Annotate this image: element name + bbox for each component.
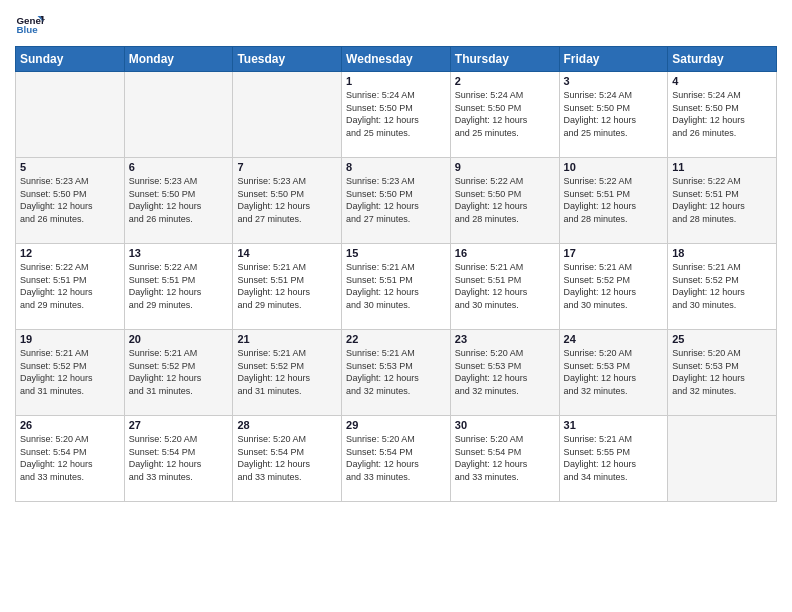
calendar-cell: 14Sunrise: 5:21 AM Sunset: 5:51 PM Dayli… [233,244,342,330]
day-number: 25 [672,333,772,345]
calendar-cell: 18Sunrise: 5:21 AM Sunset: 5:52 PM Dayli… [668,244,777,330]
day-number: 2 [455,75,555,87]
day-number: 12 [20,247,120,259]
calendar-header-saturday: Saturday [668,47,777,72]
day-number: 20 [129,333,229,345]
calendar-cell: 19Sunrise: 5:21 AM Sunset: 5:52 PM Dayli… [16,330,125,416]
calendar-cell [16,72,125,158]
calendar-cell: 9Sunrise: 5:22 AM Sunset: 5:50 PM Daylig… [450,158,559,244]
day-number: 30 [455,419,555,431]
calendar-cell: 10Sunrise: 5:22 AM Sunset: 5:51 PM Dayli… [559,158,668,244]
day-number: 9 [455,161,555,173]
calendar-cell: 5Sunrise: 5:23 AM Sunset: 5:50 PM Daylig… [16,158,125,244]
day-info: Sunrise: 5:24 AM Sunset: 5:50 PM Dayligh… [564,89,664,139]
day-info: Sunrise: 5:22 AM Sunset: 5:50 PM Dayligh… [455,175,555,225]
calendar-cell: 30Sunrise: 5:20 AM Sunset: 5:54 PM Dayli… [450,416,559,502]
day-number: 29 [346,419,446,431]
calendar-cell: 8Sunrise: 5:23 AM Sunset: 5:50 PM Daylig… [342,158,451,244]
calendar-cell [124,72,233,158]
calendar-cell: 6Sunrise: 5:23 AM Sunset: 5:50 PM Daylig… [124,158,233,244]
logo: General Blue [15,10,49,40]
calendar-header-friday: Friday [559,47,668,72]
calendar-header-row: SundayMondayTuesdayWednesdayThursdayFrid… [16,47,777,72]
day-info: Sunrise: 5:23 AM Sunset: 5:50 PM Dayligh… [20,175,120,225]
calendar-cell: 4Sunrise: 5:24 AM Sunset: 5:50 PM Daylig… [668,72,777,158]
day-info: Sunrise: 5:21 AM Sunset: 5:55 PM Dayligh… [564,433,664,483]
calendar-cell: 31Sunrise: 5:21 AM Sunset: 5:55 PM Dayli… [559,416,668,502]
day-info: Sunrise: 5:20 AM Sunset: 5:54 PM Dayligh… [346,433,446,483]
page-header: General Blue [15,10,777,40]
day-info: Sunrise: 5:21 AM Sunset: 5:52 PM Dayligh… [20,347,120,397]
day-number: 3 [564,75,664,87]
day-info: Sunrise: 5:20 AM Sunset: 5:54 PM Dayligh… [129,433,229,483]
day-number: 1 [346,75,446,87]
day-info: Sunrise: 5:22 AM Sunset: 5:51 PM Dayligh… [129,261,229,311]
day-info: Sunrise: 5:20 AM Sunset: 5:54 PM Dayligh… [455,433,555,483]
calendar-cell: 26Sunrise: 5:20 AM Sunset: 5:54 PM Dayli… [16,416,125,502]
day-number: 24 [564,333,664,345]
day-number: 21 [237,333,337,345]
calendar-week-row: 1Sunrise: 5:24 AM Sunset: 5:50 PM Daylig… [16,72,777,158]
day-number: 13 [129,247,229,259]
calendar-cell: 29Sunrise: 5:20 AM Sunset: 5:54 PM Dayli… [342,416,451,502]
calendar-cell: 21Sunrise: 5:21 AM Sunset: 5:52 PM Dayli… [233,330,342,416]
calendar-week-row: 5Sunrise: 5:23 AM Sunset: 5:50 PM Daylig… [16,158,777,244]
day-info: Sunrise: 5:21 AM Sunset: 5:51 PM Dayligh… [346,261,446,311]
calendar-header-monday: Monday [124,47,233,72]
day-number: 23 [455,333,555,345]
day-number: 22 [346,333,446,345]
calendar-header-sunday: Sunday [16,47,125,72]
calendar-week-row: 12Sunrise: 5:22 AM Sunset: 5:51 PM Dayli… [16,244,777,330]
calendar-header-thursday: Thursday [450,47,559,72]
calendar-header-tuesday: Tuesday [233,47,342,72]
logo-icon: General Blue [15,10,45,40]
calendar-week-row: 26Sunrise: 5:20 AM Sunset: 5:54 PM Dayli… [16,416,777,502]
day-number: 31 [564,419,664,431]
day-info: Sunrise: 5:21 AM Sunset: 5:53 PM Dayligh… [346,347,446,397]
day-number: 26 [20,419,120,431]
day-info: Sunrise: 5:20 AM Sunset: 5:54 PM Dayligh… [20,433,120,483]
day-info: Sunrise: 5:24 AM Sunset: 5:50 PM Dayligh… [455,89,555,139]
day-info: Sunrise: 5:20 AM Sunset: 5:53 PM Dayligh… [564,347,664,397]
day-number: 6 [129,161,229,173]
day-number: 14 [237,247,337,259]
day-info: Sunrise: 5:23 AM Sunset: 5:50 PM Dayligh… [129,175,229,225]
calendar-cell: 22Sunrise: 5:21 AM Sunset: 5:53 PM Dayli… [342,330,451,416]
calendar-cell: 13Sunrise: 5:22 AM Sunset: 5:51 PM Dayli… [124,244,233,330]
day-info: Sunrise: 5:20 AM Sunset: 5:54 PM Dayligh… [237,433,337,483]
day-info: Sunrise: 5:24 AM Sunset: 5:50 PM Dayligh… [346,89,446,139]
day-info: Sunrise: 5:22 AM Sunset: 5:51 PM Dayligh… [564,175,664,225]
calendar-cell: 27Sunrise: 5:20 AM Sunset: 5:54 PM Dayli… [124,416,233,502]
day-info: Sunrise: 5:21 AM Sunset: 5:52 PM Dayligh… [129,347,229,397]
calendar-cell: 2Sunrise: 5:24 AM Sunset: 5:50 PM Daylig… [450,72,559,158]
calendar-cell: 15Sunrise: 5:21 AM Sunset: 5:51 PM Dayli… [342,244,451,330]
day-number: 5 [20,161,120,173]
calendar-cell: 12Sunrise: 5:22 AM Sunset: 5:51 PM Dayli… [16,244,125,330]
day-info: Sunrise: 5:21 AM Sunset: 5:51 PM Dayligh… [237,261,337,311]
calendar-cell: 24Sunrise: 5:20 AM Sunset: 5:53 PM Dayli… [559,330,668,416]
day-number: 17 [564,247,664,259]
day-info: Sunrise: 5:22 AM Sunset: 5:51 PM Dayligh… [672,175,772,225]
calendar-cell: 25Sunrise: 5:20 AM Sunset: 5:53 PM Dayli… [668,330,777,416]
day-number: 7 [237,161,337,173]
day-number: 27 [129,419,229,431]
day-info: Sunrise: 5:21 AM Sunset: 5:52 PM Dayligh… [237,347,337,397]
calendar-table: SundayMondayTuesdayWednesdayThursdayFrid… [15,46,777,502]
calendar-cell: 16Sunrise: 5:21 AM Sunset: 5:51 PM Dayli… [450,244,559,330]
calendar-cell [233,72,342,158]
calendar-header-wednesday: Wednesday [342,47,451,72]
day-info: Sunrise: 5:21 AM Sunset: 5:52 PM Dayligh… [672,261,772,311]
day-info: Sunrise: 5:23 AM Sunset: 5:50 PM Dayligh… [237,175,337,225]
day-info: Sunrise: 5:21 AM Sunset: 5:51 PM Dayligh… [455,261,555,311]
day-info: Sunrise: 5:24 AM Sunset: 5:50 PM Dayligh… [672,89,772,139]
day-number: 28 [237,419,337,431]
day-info: Sunrise: 5:22 AM Sunset: 5:51 PM Dayligh… [20,261,120,311]
day-number: 8 [346,161,446,173]
day-number: 18 [672,247,772,259]
calendar-cell: 28Sunrise: 5:20 AM Sunset: 5:54 PM Dayli… [233,416,342,502]
day-info: Sunrise: 5:23 AM Sunset: 5:50 PM Dayligh… [346,175,446,225]
day-info: Sunrise: 5:21 AM Sunset: 5:52 PM Dayligh… [564,261,664,311]
day-info: Sunrise: 5:20 AM Sunset: 5:53 PM Dayligh… [672,347,772,397]
calendar-week-row: 19Sunrise: 5:21 AM Sunset: 5:52 PM Dayli… [16,330,777,416]
calendar-cell: 17Sunrise: 5:21 AM Sunset: 5:52 PM Dayli… [559,244,668,330]
